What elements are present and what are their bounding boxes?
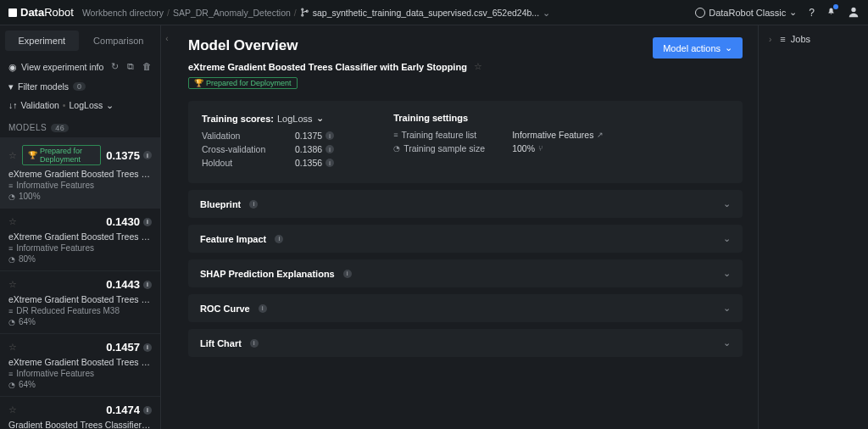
right-rail: › ≡ Jobs [758, 25, 868, 429]
model-feature-list: Informative Features [16, 181, 94, 190]
logo[interactable]: DataRobot [8, 6, 74, 19]
crumb-project[interactable]: SAP_DR_Anomaly_Detection [173, 8, 291, 18]
model-name: eXtreme Gradient Boosted Trees Classifie… [8, 294, 152, 304]
chevron-right-icon[interactable]: › [769, 35, 771, 44]
sort-label-a: Validation [21, 100, 59, 110]
info-icon[interactable]: i [326, 131, 334, 140]
score-value: 0.1356 [295, 158, 322, 168]
star-icon[interactable]: ☆ [8, 216, 17, 227]
model-item[interactable]: ☆ 🏆Prepared for Deployment 0.1375i eXtre… [0, 137, 160, 208]
star-icon[interactable]: ☆ [8, 279, 17, 290]
info-icon[interactable]: i [250, 339, 259, 348]
info-icon[interactable]: i [326, 145, 334, 153]
list-icon: ≡ [8, 181, 13, 190]
training-scores-metric: LogLoss [277, 114, 313, 124]
info-icon[interactable]: i [249, 200, 258, 209]
model-item[interactable]: ☆ 0.1457i eXtreme Gradient Boosted Trees… [0, 333, 160, 396]
section-lift-chart[interactable]: Lift Charti⌄ [188, 329, 743, 357]
svg-point-1 [301, 14, 303, 16]
help-button[interactable]: ? [809, 7, 815, 19]
jobs-heading[interactable]: Jobs [791, 34, 810, 44]
info-icon[interactable]: i [143, 281, 152, 289]
score-label: Cross-validation [202, 144, 278, 154]
star-icon[interactable]: ☆ [8, 150, 17, 161]
page-title: Model Overview [188, 37, 482, 54]
info-icon[interactable]: i [143, 406, 152, 415]
info-icon[interactable]: i [143, 343, 152, 352]
model-name: eXtreme Gradient Boosted Trees Classifie… [8, 169, 152, 179]
left-collapse-rail: ‹ [161, 25, 173, 429]
clock-icon: ◔ [8, 255, 15, 264]
eye-icon: ◉ [8, 62, 17, 72]
model-name: eXtreme Gradient Boosted Trees Classifie… [8, 357, 152, 367]
info-icon[interactable]: i [275, 235, 283, 243]
crumb-workbench[interactable]: Workbench directory [82, 8, 164, 18]
chevron-down-icon: ⌄ [725, 42, 732, 53]
crumb-dataset[interactable]: sap_synthetic_training_data_supervised.c… [300, 8, 550, 18]
model-sample-pct: 64% [19, 317, 36, 326]
model-item[interactable]: ☆ 0.1443i eXtreme Gradient Boosted Trees… [0, 270, 160, 333]
chevron-down-icon: ⌄ [106, 100, 114, 110]
model-score: 0.1375 [106, 149, 140, 162]
filter-count: 0 [73, 82, 86, 91]
score-label: Validation [202, 131, 278, 141]
list-icon: ≡ [8, 244, 13, 253]
chevron-down-icon[interactable]: ⌄ [316, 113, 324, 124]
chevron-down-icon: ⌄ [723, 337, 731, 348]
chevron-down-icon: ⌄ [723, 268, 731, 279]
chevron-down-icon: ⌄ [723, 233, 731, 244]
chevron-down-icon: ⌄ [789, 7, 797, 18]
info-icon[interactable]: i [143, 218, 152, 226]
model-feature-list: Informative Features [16, 369, 94, 378]
section-feature-impact[interactable]: Feature Impacti⌄ [188, 225, 743, 253]
tab-experiment[interactable]: Experiment [5, 31, 79, 51]
refresh-button[interactable]: ↻ [111, 61, 119, 72]
star-icon[interactable]: ☆ [8, 342, 17, 353]
models-heading: MODELS [8, 123, 47, 132]
classic-link[interactable]: DataRobot Classic ⌄ [695, 7, 797, 18]
info-icon[interactable]: i [143, 151, 152, 159]
training-card: Training scores: LogLoss ⌄ Validation0.1… [188, 101, 743, 183]
info-icon[interactable]: i [259, 304, 267, 313]
model-item[interactable]: ☆ 0.1474i Gradient Boosted Trees Classif… [0, 396, 160, 429]
info-icon[interactable]: i [343, 270, 352, 278]
notifications-button[interactable] [826, 7, 836, 18]
chevron-left-icon[interactable]: ‹ [165, 34, 168, 43]
branch-icon [300, 8, 309, 17]
info-icon[interactable]: i [326, 159, 334, 167]
breadcrumb: Workbench directory / SAP_DR_Anomaly_Det… [82, 8, 550, 18]
section-blueprint[interactable]: Blueprinti⌄ [188, 190, 743, 218]
star-icon[interactable]: ☆ [8, 404, 17, 415]
filter-models[interactable]: Filter models [18, 81, 69, 92]
section-roc-curve[interactable]: ROC Curvei⌄ [188, 294, 743, 322]
tab-comparison[interactable]: Comparison [82, 31, 156, 51]
filter-icon: ▾ [8, 81, 14, 92]
section-shap[interactable]: SHAP Prediction Explanationsi⌄ [188, 259, 743, 287]
user-icon [848, 6, 860, 18]
model-score: 0.1474 [106, 404, 140, 416]
logo-cube-icon [8, 8, 17, 17]
model-item[interactable]: ☆ 0.1430i eXtreme Gradient Boosted Trees… [0, 208, 160, 270]
model-actions-button[interactable]: Model actions ⌄ [653, 37, 743, 58]
copy-button[interactable]: ⧉ [127, 61, 134, 72]
sort-control[interactable]: ↓↑ Validation • LogLoss ⌄ [0, 96, 160, 114]
prepared-deployment-badge: 🏆Prepared for Deployment [22, 145, 101, 165]
setting-label: Training sample size [403, 143, 485, 153]
model-name: Gradient Boosted Trees Classifier with E… [8, 420, 152, 429]
model-name: eXtreme Gradient Boosted Trees Classifie… [8, 231, 152, 242]
view-experiment-info[interactable]: View experiment info [21, 62, 103, 72]
setting-label: Training feature list [401, 130, 476, 140]
delete-button[interactable]: 🗑 [142, 61, 152, 72]
training-settings-label: Training settings [393, 113, 468, 123]
main-content: Model Overview eXtreme Gradient Boosted … [173, 25, 758, 429]
user-menu-button[interactable] [848, 6, 860, 20]
score-label: Holdout [202, 158, 278, 168]
sort-label-b: LogLoss [70, 100, 103, 110]
score-value: 0.1375 [295, 131, 322, 141]
link-icon[interactable]: ↗ [597, 131, 604, 139]
list-icon: ≡ [393, 131, 398, 139]
clock-icon: ◔ [8, 192, 15, 201]
chevron-down-icon: ⌄ [542, 8, 550, 18]
logo-text-b: Robot [44, 6, 74, 19]
star-icon[interactable]: ☆ [474, 61, 482, 72]
